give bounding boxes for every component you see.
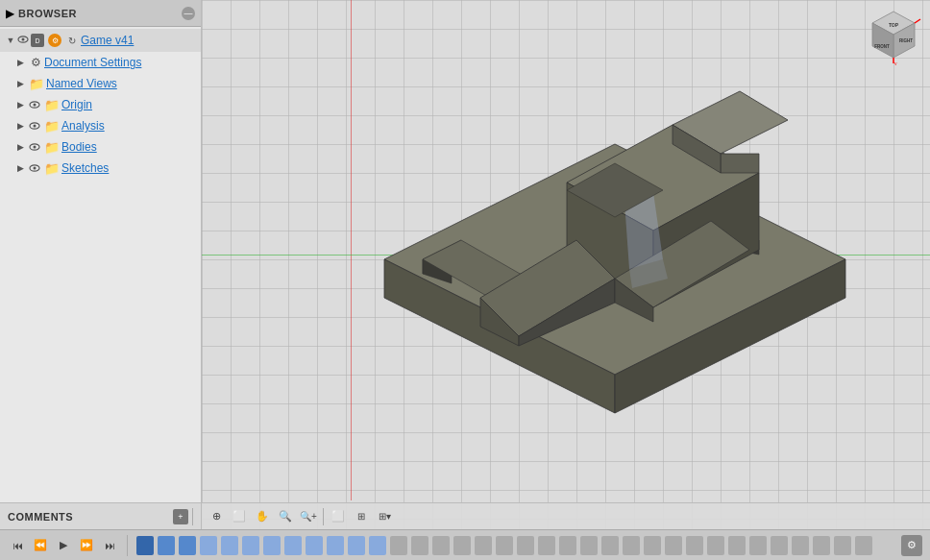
timeline-tick-28[interactable] — [707, 536, 724, 555]
timeline-tick-21[interactable] — [559, 536, 576, 555]
timeline-area[interactable] — [135, 536, 897, 555]
gear-icon-orange: ⚙ — [48, 34, 61, 47]
timeline-tick-22[interactable] — [580, 536, 598, 555]
timeline-tick-23[interactable] — [601, 536, 619, 555]
timeline-tick-13[interactable] — [390, 536, 407, 555]
timeline-tick-4[interactable] — [200, 536, 217, 555]
timeline-tick-35[interactable] — [855, 536, 872, 555]
browser-title: BROWSER — [18, 8, 178, 19]
svg-text:RIGHT: RIGHT — [899, 38, 913, 43]
grid2-button[interactable]: ⊞▾ — [374, 506, 395, 527]
tree-item-bodies[interactable]: 📁 Bodies — [0, 136, 201, 158]
analysis-expand[interactable] — [13, 119, 27, 133]
timeline-tick-19[interactable] — [517, 536, 534, 555]
timeline-tick-14[interactable] — [411, 536, 428, 555]
timeline-tick-1[interactable] — [136, 536, 154, 555]
sketches-label[interactable]: Sketches — [61, 161, 109, 175]
browser-minimize-button[interactable]: — — [182, 7, 195, 20]
doc-settings-label[interactable]: Document Settings — [44, 56, 141, 69]
timeline-tick-24[interactable] — [623, 536, 640, 555]
timeline-tick-3[interactable] — [179, 536, 196, 555]
timeline-tick-17[interactable] — [475, 536, 492, 555]
zoom-button[interactable]: 🔍 — [275, 506, 296, 527]
timeline-tick-9[interactable] — [306, 536, 323, 555]
timeline-tick-11[interactable] — [348, 536, 365, 555]
svg-point-7 — [34, 146, 37, 149]
origin-label[interactable]: Origin — [61, 98, 92, 111]
svg-text:y: y — [894, 61, 897, 65]
timeline-tick-16[interactable] — [453, 536, 471, 555]
viewport-toolbar: ⊕ ⬜ ✋ 🔍 🔍+ ⬜ ⊞ ⊞▾ — [202, 502, 930, 529]
root-expand-arrow[interactable] — [4, 36, 17, 45]
root-eye-icon[interactable] — [17, 34, 29, 48]
bodies-expand[interactable] — [13, 140, 27, 154]
timeline-tick-2[interactable] — [158, 536, 175, 555]
timeline-tick-6[interactable] — [242, 536, 259, 555]
grid-button[interactable]: ⊞ — [351, 506, 372, 527]
timeline-tick-31[interactable] — [771, 536, 788, 555]
timeline-tick-30[interactable] — [749, 536, 767, 555]
play-button[interactable]: ▶ — [54, 536, 73, 555]
browser-expand-arrow[interactable] — [6, 7, 14, 20]
frame-button[interactable]: ⬜ — [229, 506, 250, 527]
timeline-tick-7[interactable] — [263, 536, 281, 555]
svg-point-9 — [34, 167, 37, 170]
step-forward-button[interactable]: ⏩ — [77, 536, 96, 555]
viewport[interactable]: TOP FRONT RIGHT y ⊕ ⬜ ✋ 🔍 🔍+ — [202, 0, 930, 529]
timeline-tick-27[interactable] — [686, 536, 703, 555]
sync-icon[interactable]: ↻ — [65, 34, 79, 47]
bodies-label[interactable]: Bodies — [61, 140, 97, 154]
timeline-tick-8[interactable] — [284, 536, 302, 555]
comments-add-button[interactable]: + — [173, 509, 188, 524]
nav-cube[interactable]: TOP FRONT RIGHT y — [865, 8, 922, 65]
doc-settings-expand[interactable] — [13, 56, 27, 69]
named-views-label[interactable]: Named Views — [46, 77, 117, 90]
origin-expand[interactable] — [13, 98, 27, 111]
tree-item-origin[interactable]: 📁 Origin — [0, 94, 201, 115]
folder-icon-analysis: 📁 — [44, 119, 60, 134]
folder-icon-sketches: 📁 — [44, 161, 60, 176]
analysis-label[interactable]: Analysis — [61, 119, 105, 133]
3d-model — [336, 48, 893, 471]
timeline-tick-15[interactable] — [432, 536, 450, 555]
timeline-tick-33[interactable] — [813, 536, 830, 555]
origin-eye-icon[interactable] — [28, 98, 41, 111]
comments-divider — [192, 508, 193, 525]
toolbar-divider-1 — [323, 508, 324, 525]
root-item-label[interactable]: Game v41 — [81, 34, 134, 47]
browser-header: BROWSER — — [0, 0, 201, 27]
skip-to-start-button[interactable]: ⏮ — [8, 536, 27, 555]
tree-item-named-views[interactable]: 📁 Named Views — [0, 73, 201, 94]
timeline-tick-25[interactable] — [644, 536, 661, 555]
sketches-expand[interactable] — [13, 161, 27, 175]
timeline-tick-29[interactable] — [728, 536, 746, 555]
tree-item-analysis[interactable]: 📁 Analysis — [0, 115, 201, 136]
timeline-tick-32[interactable] — [792, 536, 809, 555]
step-back-button[interactable]: ⏪ — [31, 536, 50, 555]
display-button[interactable]: ⬜ — [328, 506, 349, 527]
timeline-tick-18[interactable] — [496, 536, 513, 555]
timeline-tick-12[interactable] — [369, 536, 386, 555]
timeline-tick-26[interactable] — [665, 536, 682, 555]
zoom2-button[interactable]: 🔍+ — [298, 506, 319, 527]
tree-item-document-settings[interactable]: ⚙ Document Settings — [0, 52, 201, 73]
named-views-expand[interactable] — [13, 77, 27, 90]
move-tool-button[interactable]: ⊕ — [206, 506, 227, 527]
timeline-settings-button[interactable]: ⚙ — [901, 535, 922, 556]
comments-bar: COMMENTS + — [0, 502, 201, 529]
analysis-eye-icon[interactable] — [28, 119, 41, 133]
folder-icon-bodies: 📁 — [44, 140, 60, 155]
comments-label: COMMENTS — [8, 511, 169, 523]
skip-to-end-button[interactable]: ⏭ — [100, 536, 119, 555]
tree-item-sketches[interactable]: 📁 Sketches — [0, 158, 201, 179]
timeline-tick-5[interactable] — [221, 536, 238, 555]
pan-button[interactable]: ✋ — [252, 506, 273, 527]
timeline-tick-10[interactable] — [327, 536, 344, 555]
svg-point-3 — [34, 104, 37, 107]
sidebar: BROWSER — D — [0, 0, 202, 529]
timeline-tick-20[interactable] — [538, 536, 555, 555]
bodies-eye-icon[interactable] — [28, 140, 41, 154]
timeline-tick-34[interactable] — [834, 536, 851, 555]
root-item[interactable]: D ⚙ ↻ Game v41 — [0, 29, 201, 52]
sketches-eye-icon[interactable] — [28, 161, 41, 175]
